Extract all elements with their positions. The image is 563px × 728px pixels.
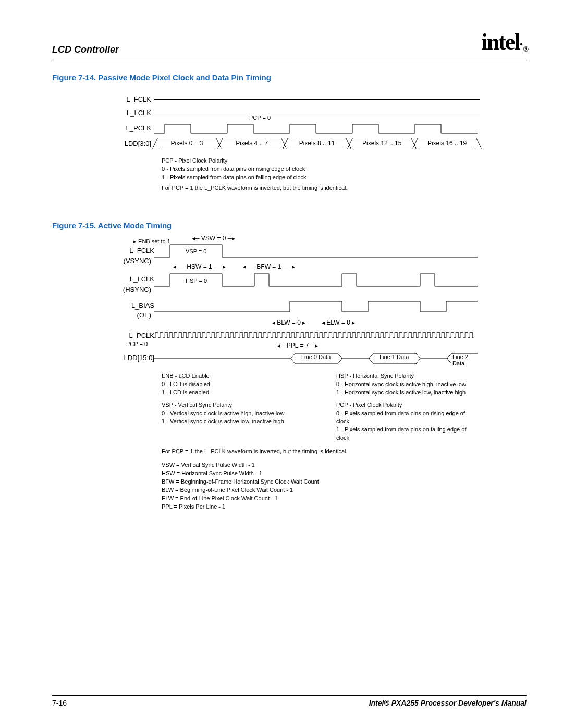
vsync-sublabel: (VSYNC) xyxy=(115,257,151,265)
elw-annot: ◂ ELW = 0 ▸ xyxy=(321,319,356,326)
pclk-waveform xyxy=(154,122,480,135)
note-line: PCP - Pixel Clock Polarity xyxy=(162,157,480,165)
logo-trademark: ® xyxy=(523,45,528,53)
figure2-notes: ENB - LCD Enable 0 - LCD is disabled 1 -… xyxy=(162,372,480,511)
figure1-diagram: L_FCLK L_LCLK L_PCLK PCP = 0 LDD[3:0] Pi… xyxy=(115,92,480,192)
note-line: HSP - Horizontal Sync Polarity xyxy=(336,372,480,380)
figure2-title: Figure 7-15. Active Mode Timing xyxy=(52,221,511,230)
bias-wave xyxy=(154,298,480,314)
sig2-fclk-label: L_FCLK xyxy=(115,246,154,254)
def-line: BFW = Beginning-of-Frame Horizontal Sync… xyxy=(162,478,480,486)
logo-text: intel xyxy=(481,29,519,55)
note-line: 1 - Horizontal sync clock is active low,… xyxy=(336,389,480,397)
note-line: 0 - Vertical sync clock is active high, … xyxy=(162,410,305,418)
def-line: BLW = Beginning-of-Line Pixel Clock Wait… xyxy=(162,486,480,495)
pcp-annot2: PCP = 0 xyxy=(125,341,149,347)
note-line: 1 - Vertical sync clock is active low, i… xyxy=(162,417,305,426)
sig-ldd-label: LDD[3:0] xyxy=(115,140,151,147)
pcp-annot: PCP = 0 xyxy=(248,115,272,121)
manual-title: Intel® PXA255 Processor Developer's Manu… xyxy=(369,699,527,707)
def-line: ELW = End-of-Line Pixel Clock Wait Count… xyxy=(162,495,480,503)
hsync-sublabel: (HSYNC) xyxy=(115,286,151,293)
sig-pclk-label: L_PCLK xyxy=(115,124,151,132)
note-line: 0 - Horizontal sync clock is active high… xyxy=(336,380,480,389)
sig-lclk-label: L_LCLK xyxy=(115,109,151,117)
figure2-diagram: ▸ ENB set to 1 L_FCLK ◂─ VSW = 0 ─▸ VSP … xyxy=(115,240,480,511)
ppl-annot: ◂─ PPL = 7 ─▸ xyxy=(276,342,319,349)
dense-pclk: ⎍⎍⎍⎍⎍⎍⎍⎍⎍⎍⎍⎍⎍⎍⎍⎍⎍⎍⎍⎍⎍⎍⎍⎍⎍⎍⎍⎍⎍⎍⎍⎍⎍⎍⎍⎍⎍⎍⎍⎍… xyxy=(154,330,480,341)
figure1-title: Figure 7-14. Passive Mode Pixel Clock an… xyxy=(52,73,511,82)
page-number: 7-16 xyxy=(52,699,67,707)
vsp-annot: VSP = 0 xyxy=(185,248,207,254)
note-line: ENB - LCD Enable xyxy=(162,372,305,380)
sig2-lclk-label: L_LCLK xyxy=(115,275,154,283)
note-line: 0 - LCD is disabled xyxy=(162,380,305,389)
bus2-1: Line 1 Data xyxy=(378,354,410,360)
figure1-notes: PCP - Pixel Clock Polarity 0 - Pixels sa… xyxy=(162,157,480,192)
note-line: For PCP = 1 the L_PCLK waveform is inver… xyxy=(162,184,480,192)
note-pcp: For PCP = 1 the L_PCLK waveform is inver… xyxy=(162,448,480,456)
hsw-annot: ◂── HSW = 1 ──▸ xyxy=(172,263,227,270)
note-line: 1 - Pixels sampled from data pins on fal… xyxy=(336,426,480,442)
note-line: 1 - Pixels sampled from data pins on fal… xyxy=(162,174,480,182)
sig2-bias-label: L_BIAS xyxy=(115,302,154,310)
def-line: PPL = Pixels Per Line - 1 xyxy=(162,503,480,511)
section-header: LCD Controller xyxy=(52,44,119,55)
sig2-pclk-label: L_PCLK xyxy=(115,331,154,339)
sig-fclk-label: L_FCLK xyxy=(115,95,151,103)
vsw-annot: ◂─ VSW = 0 ─▸ xyxy=(191,235,236,242)
note-line: 0 - Pixels sampled from data pins on ris… xyxy=(162,165,480,174)
header-rule xyxy=(52,60,527,60)
bfw-annot: ◂── BFW = 1 ──▸ xyxy=(242,263,296,270)
bus2-2: Line 2 Data xyxy=(451,354,480,366)
note-line: VSP - Vertical Sync Polarity xyxy=(162,401,305,410)
bus2-0: Line 0 Data xyxy=(300,354,332,360)
def-line: VSW = Vertical Sync Pulse Width - 1 xyxy=(162,461,480,470)
intel-logo: intel.® xyxy=(481,29,527,55)
hsp-annot: HSP = 0 xyxy=(185,278,208,284)
note-line: 1 - LCD is enabled xyxy=(162,389,305,397)
oe-sublabel: (OE) xyxy=(115,311,151,319)
blw-annot: ◂ BLW = 0 ▸ xyxy=(271,319,307,326)
note-line: 0 - Pixels sampled from data pins on ris… xyxy=(336,410,480,426)
page-footer: 7-16 Intel® PXA255 Processor Developer's… xyxy=(52,695,527,707)
def-line: HSW = Horizontal Sync Pulse Width - 1 xyxy=(162,470,480,478)
sig2-ldd-label: LDD[15:0] xyxy=(115,354,154,362)
note-line: PCP - Pixel Clock Polarity xyxy=(336,401,480,410)
